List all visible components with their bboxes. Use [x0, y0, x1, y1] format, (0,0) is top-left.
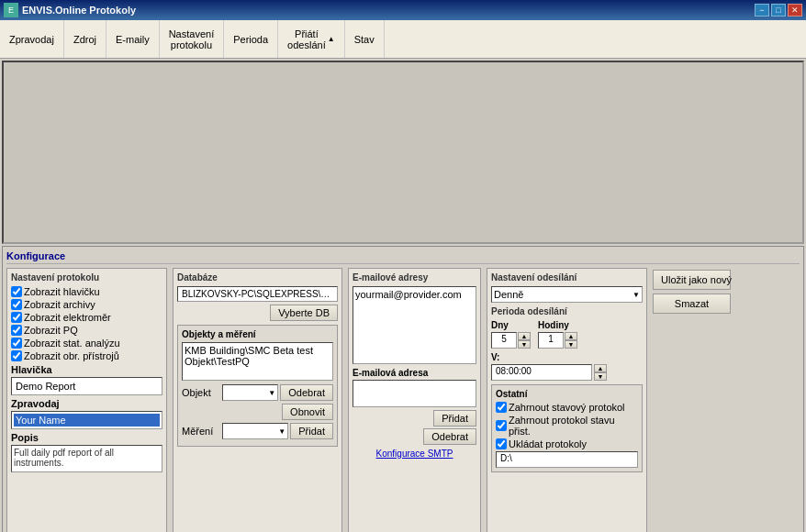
- checkbox-pq: Zobrazit PQ: [11, 325, 162, 336]
- pridat-email-button[interactable]: Přidat: [433, 410, 476, 427]
- databaze-section: Databáze BLIZKOVSKY-PC\SQLEXPRESS\SM Vyb…: [173, 268, 342, 532]
- vyberte-db-button[interactable]: Vyberte DB: [270, 305, 338, 321]
- dny-down-button[interactable]: ▼: [518, 340, 531, 349]
- email-adresa-label: E-mailová adresa: [353, 368, 476, 378]
- checkbox-stat-input[interactable]: [11, 338, 22, 349]
- frequency-value: Denně: [494, 289, 523, 300]
- checkbox-pristroju-label: Zobrazit obr. přístrojů: [24, 350, 119, 361]
- email-section: E-mailové adresy yourmail@provider.com E…: [348, 268, 481, 532]
- obnovit-button[interactable]: Obnovit: [282, 404, 333, 420]
- checkbox-stat-label: Zobrazit stat. analýzu: [24, 338, 120, 349]
- menu-zpravodaj[interactable]: Zpravodaj: [0, 20, 64, 58]
- checkbox-elektromer: Zobrazit elektroměr: [11, 312, 162, 323]
- checkbox-pristroju: Zobrazit obr. přístrojů: [11, 350, 162, 361]
- checkbox-hlavicku: Zobrazit hlavičku: [11, 286, 162, 297]
- minimize-button[interactable]: −: [755, 4, 769, 17]
- perioda-label: Perioda odesílání: [491, 306, 643, 316]
- objects-list: KMB Building\SMC Beta test Objekt\TestPQ: [182, 342, 333, 381]
- ostatni-title: Ostatní: [496, 389, 638, 399]
- nastaveni-protokolu-title: Nastavení protokolu: [11, 272, 162, 283]
- checkbox-pq-label: Zobrazit PQ: [24, 325, 78, 336]
- objekt-dropdown[interactable]: ▼: [222, 384, 278, 401]
- mereni-label: Měření: [182, 426, 220, 437]
- menu-prijeti-odeslani[interactable]: Přiátí odeslání ▲: [278, 20, 345, 58]
- dny-input[interactable]: 5: [491, 332, 517, 349]
- hodiny-label: Hodiny: [538, 320, 577, 330]
- time-down-button[interactable]: ▼: [594, 372, 607, 381]
- popis-area: Full daily pdf report of all instruments…: [11, 445, 162, 472]
- objekt-row: Objekt ▼ Odebrat: [182, 384, 333, 401]
- menu-emaily[interactable]: E-maily: [106, 20, 160, 58]
- hodiny-down-button[interactable]: ▼: [565, 340, 577, 349]
- ulozit-button[interactable]: Uložit jako nový: [653, 270, 731, 290]
- pridat-mereni-button[interactable]: Přidat: [290, 423, 333, 439]
- mereni-row: Měření ▼ Přidat: [182, 423, 333, 439]
- v-label: V:: [491, 352, 643, 362]
- email-title: E-mailové adresy: [353, 272, 476, 283]
- hlavicka-label: Hlavička: [11, 364, 162, 375]
- checkbox-pq-input[interactable]: [11, 325, 22, 336]
- nastaveni-protokolu-section: Nastavení protokolu Zobrazit hlavičku Zo…: [6, 268, 167, 532]
- checkbox-pristroju-input[interactable]: [11, 350, 22, 361]
- checkbox-ukladat: Ukládat protokoly: [496, 438, 638, 449]
- frequency-select[interactable]: Denně ▼: [491, 286, 643, 303]
- time-up-button[interactable]: ▲: [594, 364, 607, 372]
- hodiny-up-button[interactable]: ▲: [565, 332, 577, 340]
- checkbox-hlavicku-label: Zobrazit hlavičku: [24, 286, 100, 297]
- menu-perioda[interactable]: Perioda: [224, 20, 278, 58]
- bottom-panel: Konfigurace Nastavení protokolu Zobrazit…: [2, 246, 804, 532]
- objekty-mereni-section: Objekty a měření KMB Building\SMC Beta t…: [177, 325, 338, 447]
- odebrat-objekt-button[interactable]: Odebrat: [280, 384, 333, 401]
- ostatni-section: Ostatní Zahrnout stavový protokol Zahrno…: [491, 384, 643, 472]
- smazat-button[interactable]: Smazat: [653, 294, 731, 314]
- databaze-title: Databáze: [177, 272, 338, 283]
- odebrat-email-button[interactable]: Odebrat: [423, 428, 476, 445]
- sort-icon: ▲: [328, 35, 335, 43]
- checkbox-archivy-label: Zobrazit archivy: [24, 299, 95, 310]
- checkbox-archivy: Zobrazit archivy: [11, 299, 162, 310]
- checkbox-protokol-stavu: Zahrnout protokol stavu přist.: [496, 415, 638, 437]
- right-buttons: Uložit jako nový Smazat: [653, 268, 731, 532]
- checkbox-ukladat-input[interactable]: [496, 438, 507, 449]
- app-icon: E: [4, 3, 18, 17]
- object-item-2: Objekt\TestPQ: [185, 356, 330, 367]
- zpravodaj-selected-item: Your Name: [14, 414, 160, 427]
- maximize-button[interactable]: □: [771, 4, 786, 17]
- email-adresa-input[interactable]: [353, 380, 476, 407]
- close-button[interactable]: ✕: [788, 4, 802, 17]
- checkbox-stavovy-label: Zahrnout stavový protokol: [509, 402, 625, 413]
- time-input[interactable]: 08:00:00: [491, 364, 592, 381]
- email-address-item: yourmail@provider.com: [355, 289, 474, 300]
- menu-prijeti-odeslani-label: Přiátí odeslání: [287, 28, 326, 50]
- checkbox-protokol-stavu-input[interactable]: [496, 420, 507, 431]
- checkbox-hlavicku-input[interactable]: [11, 286, 22, 297]
- checkbox-stat: Zobrazit stat. analýzu: [11, 338, 162, 349]
- checkbox-elektromer-input[interactable]: [11, 312, 22, 323]
- zpravodaj-label: Zpravodaj: [11, 398, 162, 409]
- checkbox-stavovy: Zahrnout stavový protokol: [496, 402, 638, 413]
- checkbox-stavovy-input[interactable]: [496, 402, 507, 413]
- checkbox-elektromer-label: Zobrazit elektroměr: [24, 312, 111, 323]
- path-input[interactable]: D:\: [496, 451, 638, 468]
- menu-nastaveni-protokolu[interactable]: Nastavení protokolu: [160, 20, 225, 58]
- db-value: BLIZKOVSKY-PC\SQLEXPRESS\SM: [177, 286, 338, 302]
- object-item-1: KMB Building\SMC Beta test: [185, 345, 330, 356]
- dny-up-button[interactable]: ▲: [518, 332, 531, 340]
- objekt-label: Objekt: [182, 387, 220, 398]
- content-area: [2, 61, 804, 244]
- checkbox-protokol-stavu-label: Zahrnout protokol stavu přist.: [509, 415, 638, 437]
- zpravodaj-list[interactable]: Your Name: [11, 411, 162, 429]
- menu-stav[interactable]: Stav: [345, 20, 385, 58]
- hodiny-input[interactable]: 1: [538, 332, 564, 349]
- checkbox-ukladat-label: Ukládat protokoly: [509, 438, 587, 449]
- mereni-dropdown[interactable]: ▼: [222, 423, 288, 439]
- menu-zdroj[interactable]: Zdroj: [64, 20, 106, 58]
- smtp-link[interactable]: Konfigurace SMTP: [353, 449, 476, 459]
- objekt-dropdown-arrow: ▼: [268, 389, 275, 397]
- checkbox-archivy-input[interactable]: [11, 299, 22, 310]
- email-list: yourmail@provider.com: [353, 286, 476, 364]
- popis-label: Popis: [11, 432, 162, 443]
- objekty-mereni-title: Objekty a měření: [182, 329, 333, 339]
- odesilani-section: Nastavení odesílání Denně ▼ Perioda odes…: [487, 268, 647, 532]
- panel-title: Konfigurace: [6, 250, 800, 264]
